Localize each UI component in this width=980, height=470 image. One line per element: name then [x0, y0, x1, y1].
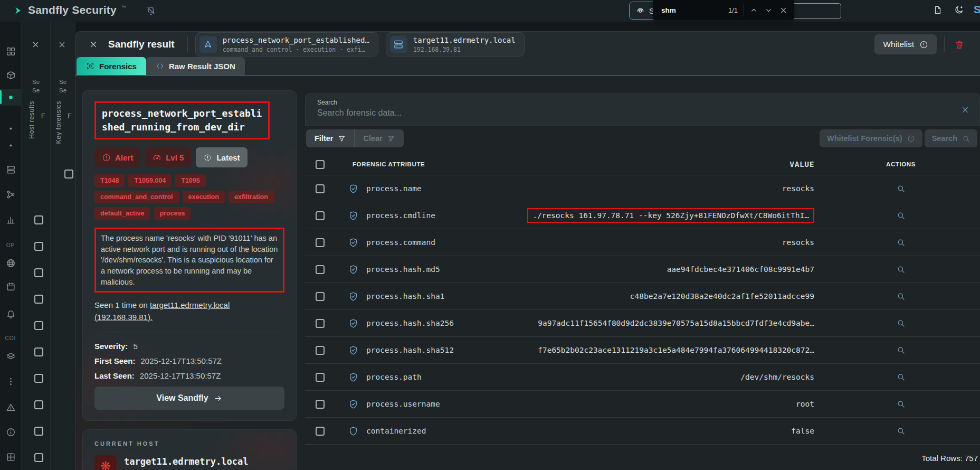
settings-grid-icon[interactable]: [0, 450, 21, 464]
modal-close-icon[interactable]: [89, 40, 98, 49]
notifications-muted-icon[interactable]: [146, 6, 156, 15]
code-brackets-icon: [156, 62, 164, 70]
row-checkbox[interactable]: [316, 346, 325, 355]
delete-trash-icon[interactable]: [954, 40, 964, 50]
tab-raw-result-json[interactable]: Raw Result JSON: [146, 57, 245, 75]
row-checkbox[interactable]: [316, 400, 325, 409]
row-checkbox[interactable]: [316, 184, 325, 193]
row-checkbox[interactable]: [316, 211, 325, 220]
table-search-button[interactable]: Search: [925, 129, 977, 147]
detail-column: process_network_port_established_running…: [82, 90, 297, 470]
close-icon[interactable]: [32, 41, 40, 49]
reports-icon[interactable]: [0, 213, 21, 227]
find-close-icon[interactable]: [779, 6, 787, 14]
table-row[interactable]: process.hash.md5 aae94fdcbec4e371406cf08…: [305, 256, 980, 283]
background-row-checkbox[interactable]: [34, 268, 43, 277]
row-checkbox[interactable]: [316, 427, 325, 436]
row-search-icon[interactable]: [897, 211, 905, 220]
dashboard-icon[interactable]: [0, 44, 21, 58]
row-checkbox[interactable]: [316, 292, 325, 301]
whitelist-button[interactable]: Whitelist: [874, 34, 937, 54]
info-circle-icon[interactable]: [0, 425, 21, 439]
background-row-checkbox[interactable]: [34, 215, 43, 224]
dark-mode-icon[interactable]: [954, 5, 964, 15]
stack-icon[interactable]: [0, 350, 21, 363]
shield-icon: [348, 211, 358, 221]
table-row[interactable]: process.command resocks: [305, 229, 980, 256]
sandfly-chip[interactable]: process_network_port_established… comman…: [195, 32, 378, 57]
background-row-checkbox[interactable]: [34, 295, 43, 304]
background-row-checkbox[interactable]: [34, 347, 43, 356]
app-logo[interactable]: Sandfly Security ™: [13, 4, 126, 16]
clear-filter-button[interactable]: Clear: [354, 129, 403, 147]
row-search-icon[interactable]: [897, 265, 905, 274]
column-actions: ACTIONS: [822, 161, 980, 167]
hosts-icon[interactable]: [0, 68, 21, 82]
icon-rail: OPCOI: [0, 22, 22, 470]
background-row-checkbox[interactable]: [34, 427, 43, 436]
nav-dot-2[interactable]: [0, 138, 21, 152]
attribute-name: process.hash.sha1: [366, 292, 498, 300]
modal-header: Sandfly result process_network_port_esta…: [75, 32, 980, 57]
row-search-icon[interactable]: [897, 346, 905, 354]
shield-icon: [348, 238, 358, 248]
close-icon[interactable]: [58, 41, 66, 49]
network-icon[interactable]: [0, 256, 21, 270]
process-tree-icon[interactable]: [0, 187, 21, 201]
row-checkbox[interactable]: [316, 265, 325, 274]
row-search-icon[interactable]: [897, 319, 905, 327]
row-search-icon[interactable]: [897, 184, 905, 193]
background-row-checkbox[interactable]: [34, 242, 43, 251]
background-row-checkbox[interactable]: [34, 453, 43, 462]
schedule-icon[interactable]: [0, 279, 21, 293]
more-dots-icon[interactable]: [0, 374, 21, 388]
shield-icon: [348, 399, 358, 409]
nav-dot-1[interactable]: [0, 121, 21, 135]
table-row[interactable]: process.cmdline ./resocks 161.97.78.71 -…: [305, 202, 980, 229]
divider: [94, 333, 284, 333]
view-sandfly-button[interactable]: View Sandfly: [94, 387, 284, 410]
table-row[interactable]: process.hash.sha1 c48be2a7e120d38a2e40dc…: [305, 283, 980, 310]
edge-avatar-letter[interactable]: S: [974, 4, 980, 16]
page-info-icon[interactable]: [933, 5, 943, 15]
host-row[interactable]: ❋ target11.edrmetry.local 192.168.39.81 …: [94, 455, 284, 470]
row-search-icon[interactable]: [897, 427, 905, 435]
table-row[interactable]: process.name resocks: [305, 175, 980, 202]
servers-icon[interactable]: [0, 163, 21, 176]
divider: [187, 36, 188, 52]
background-row-checkbox[interactable]: [34, 321, 43, 330]
table-row[interactable]: containerized false: [305, 418, 980, 445]
warning-triangle-icon[interactable]: [0, 400, 21, 414]
whitelist-forensics-button[interactable]: Whitelist Forensic(s): [820, 129, 922, 147]
tab-forensics[interactable]: Forensics: [77, 57, 146, 75]
table-row[interactable]: process.hash.sha256 9a97adc11f15654f80d9…: [305, 310, 980, 337]
host-chip[interactable]: target11.edrmetry.local 192.168.39.81: [386, 32, 525, 57]
find-query-text[interactable]: shm: [661, 6, 676, 14]
hostname[interactable]: target11.edrmetry.local: [124, 456, 248, 467]
row-checkbox[interactable]: [316, 238, 325, 247]
truncated-tab-letter: F: [41, 112, 45, 120]
alert-circle-icon: [102, 153, 111, 162]
forensic-search-input[interactable]: [317, 108, 838, 118]
clear-search-icon[interactable]: [961, 106, 969, 114]
total-rows: Total Rows: 757: [921, 454, 978, 463]
row-search-icon[interactable]: [897, 373, 905, 381]
row-checkbox[interactable]: [316, 319, 325, 328]
find-next-icon[interactable]: [765, 6, 773, 14]
filter-button[interactable]: Filter: [306, 129, 354, 147]
table-row[interactable]: process.username root: [305, 391, 980, 418]
row-search-icon[interactable]: [897, 292, 905, 300]
active-nav-indicator[interactable]: [0, 89, 21, 106]
row-search-icon[interactable]: [897, 238, 905, 247]
row-search-icon[interactable]: [897, 400, 905, 408]
table-row[interactable]: process.hash.sha512 f7e65b2b02c23ace1311…: [305, 337, 980, 364]
truncated-search-label: Se Se: [32, 78, 40, 95]
background-row-checkbox[interactable]: [34, 400, 43, 409]
find-previous-icon[interactable]: [750, 6, 758, 14]
table-row[interactable]: process.path /dev/shm/resocks: [305, 364, 980, 391]
row-checkbox[interactable]: [316, 373, 325, 382]
background-row-checkbox[interactable]: [64, 170, 73, 178]
alerts-bell-icon[interactable]: [0, 307, 21, 321]
background-row-checkbox[interactable]: [34, 374, 43, 383]
select-all-checkbox[interactable]: [316, 160, 325, 169]
